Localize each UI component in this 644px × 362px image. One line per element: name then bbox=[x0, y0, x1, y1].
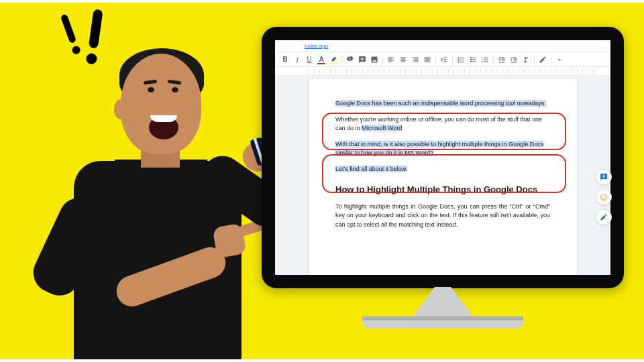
add-comment-button[interactable] bbox=[356, 54, 368, 65]
annotation-box-2 bbox=[322, 154, 566, 193]
expand-toolbar-button[interactable] bbox=[553, 54, 566, 65]
add-comment-fab[interactable] bbox=[596, 169, 612, 185]
last-edit-link[interactable]: nutes ago bbox=[275, 40, 610, 52]
insert-image-button[interactable] bbox=[368, 54, 380, 65]
clear-formatting-button[interactable] bbox=[520, 54, 532, 65]
exclamation-doodle bbox=[67, 13, 74, 55]
screen: nutes ago B I U A bbox=[275, 40, 610, 275]
decrease-indent-button[interactable] bbox=[496, 54, 508, 65]
annotation-box-1 bbox=[322, 113, 566, 150]
underline-button[interactable]: U bbox=[303, 54, 315, 65]
suggest-edits-fab[interactable] bbox=[596, 209, 612, 225]
svg-point-2 bbox=[604, 196, 605, 196]
bulleted-list-button[interactable] bbox=[467, 54, 479, 65]
insert-link-button[interactable] bbox=[344, 54, 356, 65]
align-center-button[interactable] bbox=[397, 54, 409, 65]
svg-point-0 bbox=[601, 194, 607, 200]
monitor: nutes ago B I U A bbox=[262, 27, 624, 342]
numbered-list-button[interactable] bbox=[479, 54, 491, 65]
editing-mode-button[interactable] bbox=[537, 54, 549, 65]
document-body-text[interactable]: To highlight multiple things in Google D… bbox=[335, 202, 550, 230]
align-justify-button[interactable] bbox=[421, 54, 433, 65]
toolbar: B I U A bbox=[275, 52, 610, 67]
line-spacing-button[interactable] bbox=[438, 54, 450, 65]
align-right-button[interactable] bbox=[409, 54, 421, 65]
stage: nutes ago B I U A bbox=[0, 0, 644, 362]
checklist-button[interactable] bbox=[455, 54, 467, 65]
align-left-button[interactable] bbox=[385, 54, 397, 65]
document-canvas: Google Docs has been such an indispensab… bbox=[275, 75, 610, 275]
text-color-button[interactable]: A bbox=[315, 54, 327, 65]
paragraph-1[interactable]: Google Docs has been such an indispensab… bbox=[335, 100, 546, 107]
floating-action-buttons bbox=[596, 169, 612, 225]
bold-button[interactable]: B bbox=[279, 54, 291, 65]
add-emoji-fab[interactable] bbox=[596, 189, 612, 205]
person-pointing bbox=[40, 54, 288, 359]
monitor-stand bbox=[409, 287, 476, 320]
increase-indent-button[interactable] bbox=[508, 54, 520, 65]
italic-button[interactable]: I bbox=[291, 54, 303, 65]
highlight-color-button[interactable] bbox=[327, 54, 339, 65]
svg-point-1 bbox=[602, 196, 603, 196]
